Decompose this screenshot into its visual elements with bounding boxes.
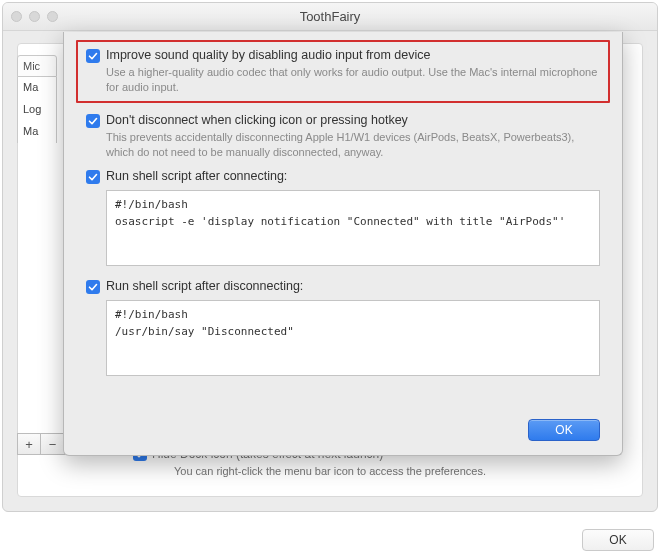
hint-text: You can right-click the menu bar icon to…: [3, 465, 657, 477]
remove-button[interactable]: −: [41, 433, 65, 455]
opt-sound-quality: Improve sound quality by disabling audio…: [76, 40, 610, 103]
sound-quality-checkbox[interactable]: [86, 49, 100, 63]
opt-dont-disconnect: Don't disconnect when clicking icon or p…: [86, 113, 600, 160]
script-disconnect-label: Run shell script after disconnecting:: [106, 279, 303, 293]
opt-script-disconnect: Run shell script after disconnecting:: [86, 279, 600, 379]
script-connect-checkbox[interactable]: [86, 170, 100, 184]
close-icon[interactable]: [11, 11, 22, 22]
dont-disconnect-label: Don't disconnect when clicking icon or p…: [106, 113, 408, 127]
main-ok-button[interactable]: OK: [582, 529, 654, 551]
opt-script-connect: Run shell script after connecting:: [86, 169, 600, 269]
device-list-header: Mic: [17, 55, 57, 77]
sound-quality-label: Improve sound quality by disabling audio…: [106, 48, 431, 62]
script-disconnect-textarea[interactable]: [106, 300, 600, 376]
script-disconnect-checkbox[interactable]: [86, 280, 100, 294]
script-connect-label: Run shell script after connecting:: [106, 169, 287, 183]
add-remove-controls: + −: [17, 433, 65, 455]
advanced-sheet: Improve sound quality by disabling audio…: [63, 32, 623, 456]
add-button[interactable]: +: [17, 433, 41, 455]
traffic-lights: [11, 11, 58, 22]
dont-disconnect-checkbox[interactable]: [86, 114, 100, 128]
device-row[interactable]: Log: [17, 99, 57, 121]
device-row[interactable]: Ma: [17, 121, 57, 143]
preferences-window: ToothFairy Mic Ma Log Ma + − Hide Dock i…: [2, 2, 658, 512]
device-list: Mic Ma Log Ma: [17, 55, 57, 143]
window-title: ToothFairy: [3, 9, 657, 24]
device-row[interactable]: Ma: [17, 77, 57, 99]
dont-disconnect-desc: This prevents accidentally disconnecting…: [106, 130, 600, 160]
zoom-icon[interactable]: [47, 11, 58, 22]
minimize-icon[interactable]: [29, 11, 40, 22]
sheet-ok-button[interactable]: OK: [528, 419, 600, 441]
script-connect-textarea[interactable]: [106, 190, 600, 266]
sound-quality-desc: Use a higher-quality audio codec that on…: [106, 65, 600, 95]
titlebar: ToothFairy: [3, 3, 657, 31]
